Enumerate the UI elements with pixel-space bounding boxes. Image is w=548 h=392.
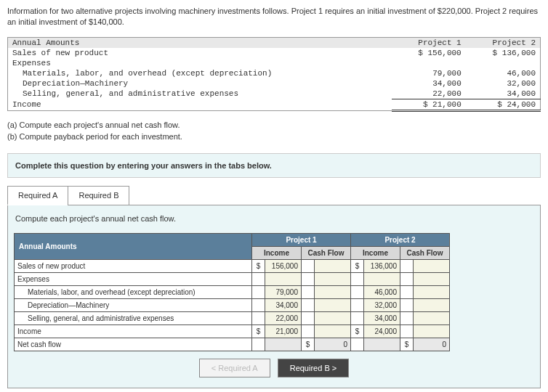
calc-hdr-income1: Income [252, 246, 302, 259]
calc-cur: $ [252, 324, 265, 338]
calc-input-income1[interactable]: 79,000 [265, 285, 302, 298]
calc-hdr-income2: Income [351, 246, 400, 259]
calc-input-cf2[interactable] [414, 259, 450, 272]
row-p2: 32,000 [466, 78, 541, 89]
row-p1: $ 156,000 [392, 48, 466, 58]
calc-input-income2[interactable]: 46,000 [364, 285, 400, 298]
calc-input-income2[interactable] [364, 272, 400, 285]
row-p1 [392, 58, 466, 68]
calc-row: Depreciation—Machinery 34,000 32,000 [15, 298, 450, 311]
calc-row: Materials, labor, and overhead (except d… [15, 285, 450, 298]
questions-block: (a) Compute each project's annual net ca… [0, 115, 548, 147]
calc-label: Selling, general, and administrative exp… [15, 311, 252, 324]
calc-input-cf1[interactable] [315, 285, 351, 298]
row-p1: 22,000 [392, 89, 466, 99]
calc-ro-cf2: 0 [414, 338, 450, 351]
calc-input-income1[interactable]: 22,000 [265, 311, 302, 324]
calc-cur: $ [351, 259, 364, 272]
row-label: Selling, general, and administrative exp… [8, 89, 392, 99]
calc-hdr-cf1: Cash Flow [302, 246, 351, 259]
calc-input-income2[interactable]: 136,000 [364, 259, 400, 272]
row-label: Depreciation—Machinery [8, 78, 392, 89]
row-label: Materials, labor, and overhead (except d… [8, 68, 392, 78]
question-a: (a) Compute each project's annual net ca… [7, 119, 541, 131]
row-p2: 34,000 [466, 89, 541, 99]
instruction-box: Complete this question by entering your … [7, 153, 541, 178]
calc-label: Income [15, 324, 252, 338]
row-p2: $ 24,000 [466, 99, 541, 110]
calc-label: Materials, labor, and overhead (except d… [15, 285, 252, 298]
question-b: (b) Compute payback period for each inve… [7, 131, 541, 143]
calc-cur [400, 259, 414, 272]
tabs: Required A Required B [7, 185, 541, 205]
row-p1: 79,000 [392, 68, 466, 78]
calc-input-cf1[interactable] [315, 298, 351, 311]
calc-ro-income1 [265, 338, 302, 351]
calc-input-cf2[interactable] [414, 298, 450, 311]
calc-cur: $ [252, 259, 265, 272]
next-required-b-button[interactable]: Required B > [278, 359, 350, 377]
hdr-p2: Project 2 [466, 37, 541, 48]
calc-cur: $ [302, 338, 315, 351]
row-p1: $ 21,000 [392, 99, 466, 110]
calc-label: Net cash flow [15, 338, 252, 351]
calc-input-income2[interactable]: 34,000 [364, 311, 400, 324]
annual-amounts-table: Annual Amounts Project 1 Project 2 Sales… [7, 37, 541, 112]
tab-required-a[interactable]: Required A [7, 186, 68, 205]
calc-input-cf1[interactable] [315, 272, 351, 285]
prev-required-a-button: < Required A [199, 359, 270, 377]
calc-hdr-p1: Project 1 [252, 233, 351, 246]
calc-cur: $ [351, 324, 364, 338]
instruction-text: Complete this question by entering your … [15, 161, 272, 170]
calc-input-income1[interactable]: 156,000 [265, 259, 302, 272]
row-p2: 46,000 [466, 68, 541, 78]
calc-row: Expenses [15, 272, 450, 285]
calc-hdr-cf2: Cash Flow [400, 246, 450, 259]
calc-input-cf2[interactable] [414, 285, 450, 298]
calc-input-cf2[interactable] [414, 324, 450, 338]
calc-row: Selling, general, and administrative exp… [15, 311, 450, 324]
calc-row: Income $21,000 $24,000 [15, 324, 450, 338]
hdr-annual: Annual Amounts [8, 37, 392, 48]
calc-input-cf2[interactable] [414, 272, 450, 285]
tab-panel-a: Compute each project's annual net cash f… [7, 205, 541, 388]
row-p2 [466, 58, 541, 68]
calc-cur [302, 259, 315, 272]
intro-text: Information for two alternative projects… [0, 0, 548, 34]
tab-required-b[interactable]: Required B [68, 186, 129, 205]
calc-label: Depreciation—Machinery [15, 298, 252, 311]
calc-ro-cf1: 0 [315, 338, 351, 351]
calc-label: Expenses [15, 272, 252, 285]
panel-subtitle: Compute each project's annual net cash f… [14, 211, 534, 229]
calc-label: Sales of new product [15, 259, 252, 272]
calc-input-cf1[interactable] [315, 259, 351, 272]
calc-row: Sales of new product $156,000 $136,000 [15, 259, 450, 272]
calc-input-income1[interactable]: 21,000 [265, 324, 302, 338]
calc-row: Net cash flow $0 $0 [15, 338, 450, 351]
calc-input-income2[interactable]: 32,000 [364, 298, 400, 311]
row-p1: 34,000 [392, 78, 466, 89]
calc-hdr-annual: Annual Amounts [15, 233, 252, 259]
calc-input-cf2[interactable] [414, 311, 450, 324]
calc-cur: $ [400, 338, 414, 351]
calc-input-income1[interactable]: 34,000 [265, 298, 302, 311]
row-label: Income [8, 99, 392, 110]
calc-input-cf1[interactable] [315, 311, 351, 324]
calc-hdr-p2: Project 2 [351, 233, 450, 246]
calc-input-cf1[interactable] [315, 324, 351, 338]
row-p2: $ 136,000 [466, 48, 541, 58]
row-label: Sales of new product [8, 48, 392, 58]
calc-ro-income2 [364, 338, 400, 351]
calc-table: Annual Amounts Project 1 Project 2 Incom… [14, 233, 450, 351]
calc-input-income2[interactable]: 24,000 [364, 324, 400, 338]
hdr-p1: Project 1 [392, 37, 466, 48]
row-label: Expenses [8, 58, 392, 68]
calc-input-income1[interactable] [265, 272, 302, 285]
